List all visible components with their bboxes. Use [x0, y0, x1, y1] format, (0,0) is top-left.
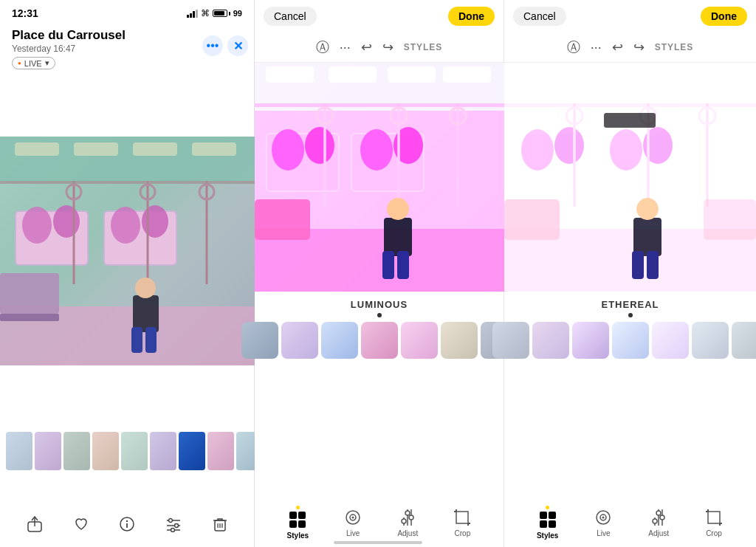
- center-panel: Cancel Done Ⓐ ··· ↩ ↪ STYLES: [255, 0, 504, 547]
- svg-point-68: [387, 198, 409, 220]
- center-done-button[interactable]: Done: [448, 7, 495, 26]
- subway-svg-right: [504, 63, 756, 292]
- nav-live-label-center: Live: [346, 529, 360, 537]
- thumbnail-item[interactable]: [63, 432, 90, 470]
- styles-nav-icon: [288, 510, 307, 529]
- main-photo-left: [0, 137, 255, 365]
- svg-point-127: [602, 517, 605, 519]
- right-styles-nav-icon: [538, 510, 557, 529]
- nav-crop-center[interactable]: Crop: [453, 508, 472, 537]
- favorite-button[interactable]: [73, 516, 89, 532]
- thumbnail-item[interactable]: [150, 432, 176, 470]
- center-cancel-button[interactable]: Cancel: [264, 7, 317, 26]
- nav-styles-center[interactable]: Styles: [287, 506, 309, 540]
- right-style-indicator-dot: [628, 313, 633, 317]
- thumbnail-item[interactable]: [6, 432, 32, 470]
- center-redo-icon[interactable]: ↪: [382, 39, 394, 55]
- adjust-button[interactable]: [165, 516, 182, 532]
- svg-rect-96: [637, 66, 685, 83]
- right-style-thumb-item[interactable]: [532, 322, 569, 359]
- thumbnail-item[interactable]: [207, 432, 234, 470]
- center-main-photo: [255, 63, 504, 292]
- style-thumb-item[interactable]: [441, 322, 478, 359]
- share-button[interactable]: [27, 516, 43, 532]
- svg-point-25: [135, 278, 156, 298]
- nav-live-center[interactable]: Live: [343, 508, 362, 537]
- thumbnail-item[interactable]: [236, 432, 255, 470]
- ethereal-photo: [504, 63, 756, 292]
- right-redo-icon[interactable]: ↪: [633, 39, 645, 55]
- style-thumb-item[interactable]: [281, 322, 318, 359]
- svg-rect-123: [540, 520, 547, 528]
- battery-icon: [213, 10, 230, 17]
- nav-adjust-center[interactable]: Adjust: [397, 508, 418, 537]
- svg-rect-51: [255, 199, 310, 240]
- right-header: Cancel Done: [504, 0, 756, 32]
- right-style-thumb-item[interactable]: [572, 322, 609, 359]
- svg-rect-120: [604, 113, 656, 128]
- center-ellipsis-icon[interactable]: ···: [340, 40, 351, 55]
- svg-point-104: [554, 127, 584, 164]
- styles-active-dot: [296, 506, 300, 509]
- svg-rect-137: [708, 512, 720, 523]
- right-style-thumb-item[interactable]: [492, 322, 529, 359]
- svg-rect-124: [549, 520, 556, 528]
- subway-svg-center: [255, 63, 504, 292]
- thumbnail-item[interactable]: [35, 432, 61, 470]
- live-badge[interactable]: ● LIVE ▾: [12, 57, 55, 69]
- center-style-indicator-dot: [377, 313, 382, 317]
- right-circle-a-icon[interactable]: Ⓐ: [567, 38, 580, 56]
- svg-rect-27: [145, 327, 157, 353]
- svg-point-103: [521, 129, 554, 171]
- thumbnail-strip-left: [0, 429, 255, 473]
- nav-adjust-label-right: Adjust: [648, 529, 669, 537]
- svg-point-58: [360, 129, 393, 171]
- center-undo-icon[interactable]: ↩: [361, 39, 372, 55]
- svg-rect-97: [693, 66, 740, 83]
- right-styles-active-dot: [546, 506, 549, 509]
- svg-point-34: [169, 519, 173, 523]
- right-style-thumb-item[interactable]: [692, 322, 729, 359]
- close-icon: ✕: [233, 39, 243, 53]
- nav-styles-right[interactable]: Styles: [537, 506, 558, 540]
- bottom-nav-center: Styles Live Adjust Cr: [255, 506, 504, 540]
- right-style-thumb-item[interactable]: [612, 322, 649, 359]
- right-done-button[interactable]: Done: [701, 7, 747, 26]
- signal-icon: [187, 10, 198, 18]
- right-ellipsis-icon[interactable]: ···: [591, 40, 602, 55]
- live-dot-icon: ●: [18, 60, 21, 66]
- right-undo-icon[interactable]: ↩: [612, 39, 623, 55]
- thumbnail-item[interactable]: [92, 432, 119, 470]
- thumbnail-item[interactable]: [179, 432, 205, 470]
- svg-point-128: [656, 511, 661, 515]
- svg-rect-8: [0, 314, 59, 321]
- close-edit-button[interactable]: ✕: [227, 35, 248, 56]
- style-thumb-item[interactable]: [361, 322, 398, 359]
- status-bar: 12:31 ⌘ 99: [0, 0, 254, 24]
- circle-a-icon[interactable]: Ⓐ: [316, 38, 329, 56]
- right-style-thumb-item[interactable]: [732, 322, 757, 359]
- nav-crop-right[interactable]: Crop: [704, 508, 724, 537]
- right-cancel-button[interactable]: Cancel: [513, 7, 566, 26]
- center-edit-toolbar: Ⓐ ··· ↩ ↪ STYLES: [255, 32, 504, 63]
- nav-adjust-right[interactable]: Adjust: [648, 508, 669, 537]
- svg-rect-47: [329, 66, 377, 83]
- svg-rect-71: [289, 512, 297, 519]
- style-thumb-item[interactable]: [321, 322, 358, 359]
- style-thumb-item[interactable]: [241, 322, 278, 359]
- thumbnail-item[interactable]: [121, 432, 148, 470]
- bottom-nav-right: Styles Live Adjust Cr: [504, 506, 756, 540]
- nav-live-right[interactable]: Live: [594, 508, 613, 537]
- delete-button[interactable]: [212, 516, 228, 532]
- svg-rect-115: [633, 218, 662, 256]
- heart-icon: [73, 516, 89, 532]
- svg-rect-94: [515, 66, 563, 83]
- right-style-thumbnails[interactable]: [504, 322, 756, 366]
- right-style-thumb-item[interactable]: [652, 322, 689, 359]
- more-options-button[interactable]: •••: [202, 35, 223, 56]
- svg-rect-24: [133, 295, 159, 332]
- style-thumb-item[interactable]: [401, 322, 438, 359]
- dots-icon: •••: [207, 39, 219, 52]
- center-style-thumbnails[interactable]: [255, 322, 504, 366]
- info-button[interactable]: [119, 516, 135, 532]
